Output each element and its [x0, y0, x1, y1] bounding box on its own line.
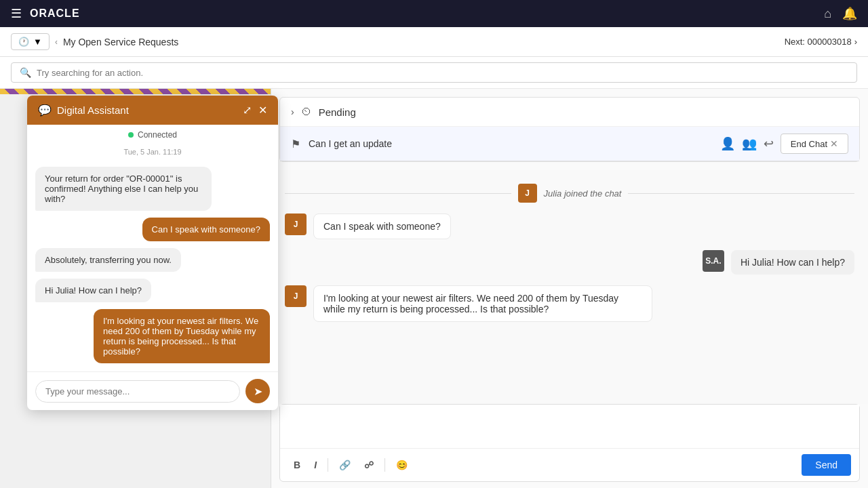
- top-nav-right: ⌂ 🔔: [824, 6, 857, 21]
- da-input-area: ➤: [27, 371, 278, 410]
- customer-avatar-1: J: [285, 214, 307, 235]
- da-minimize-button[interactable]: ⤢: [243, 104, 252, 117]
- join-divider-right: [628, 193, 854, 194]
- page-title: My Open Service Requests: [63, 37, 178, 47]
- pending-header: › ⏲ Pending: [280, 98, 859, 127]
- da-status-bar: Connected: [27, 125, 278, 145]
- unlink-button[interactable]: ☍: [359, 457, 379, 473]
- chat-message-row-1: J Can I speak with someone?: [285, 214, 854, 239]
- chat-messages-area: J Julia joined the chat J Can I speak wi…: [271, 170, 868, 404]
- emoji-button[interactable]: 😊: [391, 457, 413, 473]
- pending-section: › ⏲ Pending ⚑ Can I get an update 👤 👥 ↩ …: [279, 97, 860, 162]
- notification-bell-icon[interactable]: 🔔: [842, 6, 857, 21]
- da-message-input[interactable]: [35, 380, 240, 403]
- left-panel: 💬 Digital Assistant ⤢ ✕ Connected Tue, 5…: [0, 89, 271, 488]
- agent-avatar: S.A.: [703, 250, 724, 272]
- chat-flag-icon: ⚑: [291, 138, 300, 150]
- pending-title: Pending: [319, 106, 356, 118]
- search-input[interactable]: [37, 68, 848, 78]
- right-panel: › ⏲ Pending ⚑ Can I get an update 👤 👥 ↩ …: [271, 89, 868, 488]
- link-button[interactable]: 🔗: [334, 457, 356, 473]
- join-divider-left: [285, 193, 511, 194]
- chat-action-icons: 👤 👥 ↩ End Chat ✕: [720, 134, 848, 154]
- join-text: Julia joined the chat: [544, 188, 622, 199]
- customer-bubble-1: Can I speak with someone?: [313, 214, 451, 239]
- nav-back-arrow[interactable]: ‹: [55, 37, 58, 47]
- pending-clock-icon: ⏲: [301, 106, 312, 118]
- pending-expand-arrow[interactable]: ›: [291, 106, 294, 117]
- da-header-icons: ⤢ ✕: [243, 104, 267, 117]
- next-arrow: ›: [854, 37, 857, 47]
- da-timestamp: Tue, 5 Jan. 11:19: [27, 145, 278, 159]
- chat-bubble-icon: 💬: [38, 104, 52, 117]
- chat-message-row-2: J I'm looking at your newest air filters…: [285, 285, 854, 322]
- agent-bubble-1: Hi Julia! How can I help?: [731, 250, 854, 274]
- da-message-user-1: Can I speak with someone?: [142, 218, 270, 241]
- top-navigation: ☰ ORACLE ⌂ 🔔: [0, 0, 868, 27]
- clock-icon: 🕐: [18, 37, 29, 47]
- toolbar-divider-1: [328, 458, 328, 472]
- home-icon[interactable]: ⌂: [824, 7, 831, 21]
- toolbar-divider-2: [384, 458, 385, 472]
- search-bar: 🔍: [0, 57, 868, 89]
- status-indicator: [128, 132, 134, 138]
- join-notice: J Julia joined the chat: [285, 184, 854, 203]
- sub-navigation: 🕐 ▼ ‹ My Open Service Requests Next: 000…: [0, 27, 868, 57]
- chat-header-bar: ⚑ Can I get an update 👤 👥 ↩ End Chat ✕: [280, 127, 859, 161]
- chat-input-area: B I 🔗 ☍ 😊 Send: [279, 404, 860, 482]
- time-button[interactable]: 🕐 ▼: [11, 33, 50, 50]
- customer-avatar-2: J: [285, 285, 307, 307]
- da-message-bot-1: Your return for order "OR-00001" is conf…: [35, 167, 212, 211]
- chat-toolbar: B I 🔗 ☍ 😊 Send: [280, 448, 859, 481]
- chat-message-row-agent: Hi Julia! How can I help? S.A.: [285, 250, 854, 274]
- time-dropdown-arrow: ▼: [33, 37, 42, 47]
- stripe-banner: [0, 89, 271, 94]
- top-nav-left: ☰ ORACLE: [11, 6, 80, 21]
- da-header-left: 💬 Digital Assistant: [38, 104, 129, 117]
- da-status-text: Connected: [138, 130, 177, 140]
- add-participant-icon[interactable]: 👤: [720, 136, 735, 151]
- end-chat-close-icon: ✕: [830, 138, 838, 149]
- next-label: Next: 000003018: [785, 37, 852, 47]
- sub-nav-left: 🕐 ▼ ‹ My Open Service Requests: [11, 33, 178, 50]
- digital-assistant-widget: 💬 Digital Assistant ⤢ ✕ Connected Tue, 5…: [27, 96, 278, 410]
- da-message-bot-2: Absolutely, transferring you now.: [35, 248, 181, 272]
- search-icon: 🔍: [20, 67, 31, 78]
- transfer-icon[interactable]: 👥: [742, 136, 757, 151]
- next-record-button[interactable]: Next: 000003018 ›: [785, 37, 857, 47]
- julia-join-avatar: J: [518, 184, 537, 203]
- end-chat-label: End Chat: [791, 139, 827, 149]
- send-button[interactable]: Send: [802, 454, 851, 476]
- customer-bubble-2: I'm looking at your newest air filters. …: [313, 285, 652, 322]
- chat-update-text: Can I get an update: [309, 138, 712, 149]
- italic-button[interactable]: I: [309, 457, 322, 473]
- da-close-button[interactable]: ✕: [258, 104, 267, 117]
- da-title: Digital Assistant: [57, 104, 129, 116]
- da-send-button[interactable]: ➤: [245, 379, 270, 403]
- main-content: 💬 Digital Assistant ⤢ ✕ Connected Tue, 5…: [0, 89, 868, 488]
- forward-icon[interactable]: ↩: [764, 136, 774, 151]
- chat-message-input[interactable]: [280, 405, 859, 445]
- oracle-logo: ORACLE: [30, 7, 80, 20]
- da-header: 💬 Digital Assistant ⤢ ✕: [27, 96, 278, 125]
- da-messages: Your return for order "OR-00001" is conf…: [27, 159, 278, 371]
- end-chat-button[interactable]: End Chat ✕: [781, 134, 848, 154]
- search-input-wrapper: 🔍: [11, 62, 857, 83]
- da-message-bot-3: Hi Julia! How can I help?: [35, 279, 151, 302]
- bold-button[interactable]: B: [288, 457, 306, 473]
- hamburger-menu-icon[interactable]: ☰: [11, 6, 22, 21]
- da-message-user-2: I'm looking at your newest air filters. …: [94, 309, 270, 363]
